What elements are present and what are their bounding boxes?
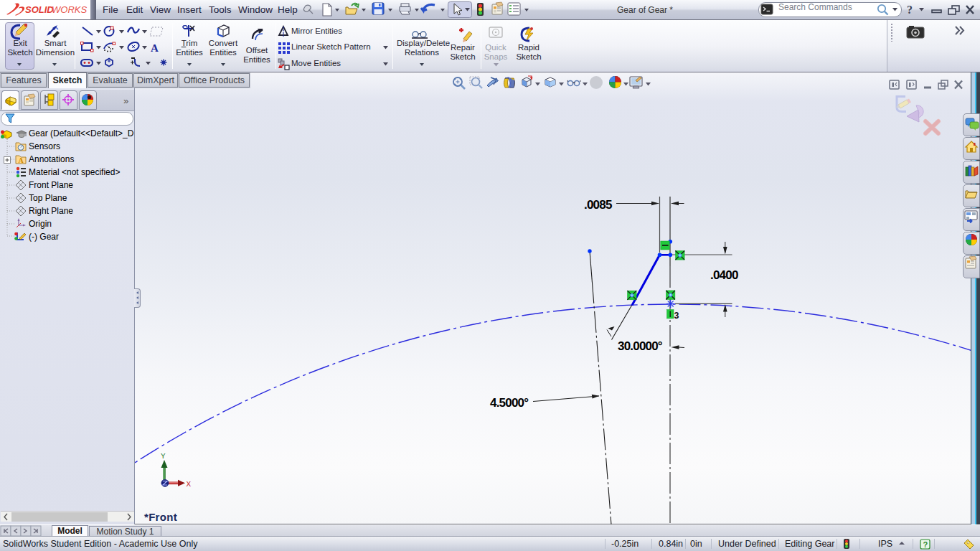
svg-text:3: 3: [674, 311, 679, 321]
svg-text:»: »: [123, 95, 128, 106]
svg-text:?: ?: [907, 4, 913, 16]
svg-text:WORKS: WORKS: [52, 4, 87, 15]
svg-text:?: ?: [923, 540, 928, 549]
svg-text:A: A: [19, 156, 24, 164]
svg-text:A: A: [151, 42, 159, 54]
svg-text:.0085: .0085: [584, 198, 612, 212]
svg-text:30.0000°: 30.0000°: [618, 339, 663, 353]
svg-text:SOLID: SOLID: [25, 4, 54, 15]
svg-text:*Front: *Front: [144, 511, 177, 523]
svg-text:4.5000°: 4.5000°: [490, 396, 529, 410]
svg-text:Y: Y: [161, 452, 166, 461]
svg-text:.0400: .0400: [710, 268, 738, 282]
svg-text:X: X: [187, 480, 192, 489]
